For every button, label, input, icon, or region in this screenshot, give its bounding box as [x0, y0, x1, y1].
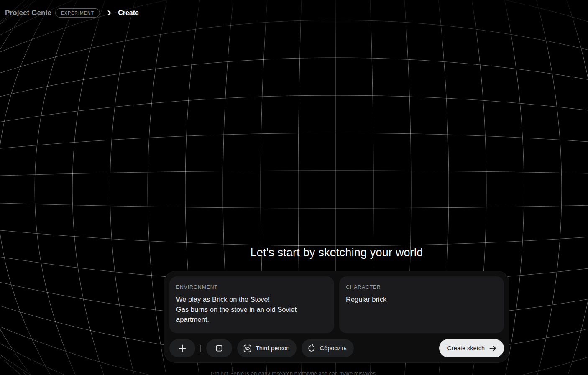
restart-icon [308, 344, 315, 352]
chevron-right-icon [106, 10, 112, 16]
page-title: Let's start by sketching your world [164, 246, 509, 259]
app-name[interactable]: Project Genie [5, 9, 51, 17]
environment-value[interactable]: We play as Brick on the Stove! Gas burns… [176, 294, 327, 324]
experiment-badge: EXPERIMENT [55, 8, 100, 18]
sketch-toolbar: Third person Сбросить Create sketch [169, 339, 504, 357]
character-value[interactable]: Regular brick [346, 294, 497, 304]
arrow-right-icon [489, 344, 497, 352]
toolbar-divider [200, 345, 201, 352]
randomize-button[interactable] [206, 339, 232, 357]
environment-label: ENVIRONMENT [176, 284, 327, 290]
environment-field[interactable]: ENVIRONMENT We play as Brick on the Stov… [169, 276, 334, 333]
create-sketch-button[interactable]: Create sketch [439, 339, 504, 357]
third-person-label: Third person [256, 345, 289, 352]
header-bar: Project Genie EXPERIMENT Create [0, 0, 588, 26]
sketch-panel: ENVIRONMENT We play as Brick on the Stov… [164, 271, 509, 363]
reset-label: Сбросить [320, 345, 346, 352]
disclaimer-text: Project Genie is an early research proto… [0, 370, 588, 375]
eye-scan-icon [243, 344, 251, 352]
dice-icon [215, 344, 223, 352]
third-person-button[interactable]: Third person [237, 339, 297, 357]
reset-button[interactable]: Сбросить [302, 339, 353, 357]
character-field[interactable]: CHARACTER Regular brick [339, 276, 504, 333]
character-label: CHARACTER [346, 284, 497, 290]
create-sketch-label: Create sketch [447, 345, 485, 352]
breadcrumb-current-page: Create [118, 9, 139, 17]
prompt-cards-row: ENVIRONMENT We play as Brick on the Stov… [169, 276, 504, 333]
add-button[interactable] [169, 339, 195, 357]
plus-icon [178, 344, 187, 352]
